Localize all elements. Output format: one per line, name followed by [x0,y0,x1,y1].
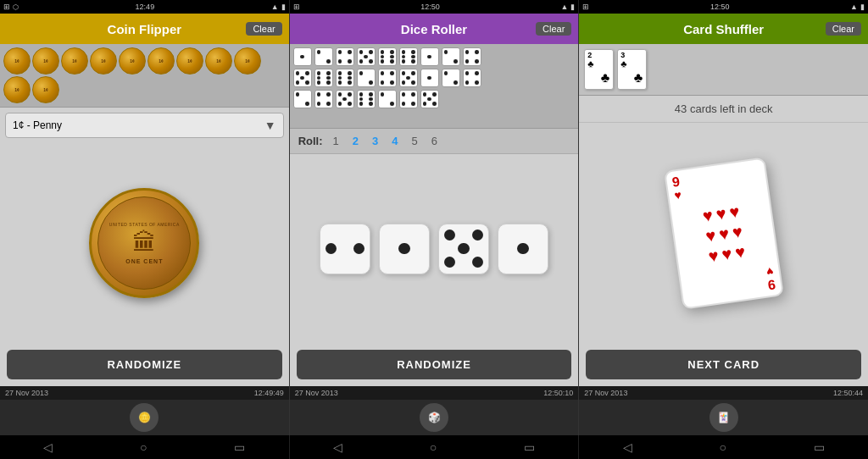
home-button-1[interactable]: ○ [133,439,153,456]
card-footer-time: 12:50:44 [833,389,863,397]
dice-history-row-2 [293,69,576,87]
coin-footer-date: 27 Nov 2013 [5,389,48,397]
next-card-button[interactable]: NEXT CARD [586,350,861,379]
heart-8: ♥ [721,244,733,262]
nav-section-1: ◁ ○ ▭ [0,435,290,459]
notification-icon-2: ⊞ [293,3,300,11]
dice-roller-screen: Dice Roller Clear [290,14,580,400]
coin-clear-button[interactable]: Clear [246,22,281,36]
card-footer-date: 27 Nov 2013 [584,389,627,397]
home-button-2[interactable]: ○ [423,439,443,456]
sys-left-3: ⊞ [582,3,589,11]
back-button-3[interactable]: ◁ [616,439,639,456]
coin-flipper-screen: Coin Flipper Clear 1¢ 1¢ 1¢ 1¢ 1¢ 1¢ 1¢ … [0,14,290,400]
card-shuffler-header: Card Shuffler Clear [579,14,868,44]
coin-inner: UNITED STATES OF AMERICA 🏛 ONE CENT [97,196,191,290]
battery-icon-3: ▮ [860,3,865,11]
card-hist-2-suit: ♣ [620,59,626,69]
dice-h-8 [442,47,460,66]
roll-5[interactable]: 5 [409,134,421,148]
dice-dock-icon: 🎲 [428,412,441,423]
card-dock-icon: 🃏 [717,412,730,423]
dice-h-20 [314,90,333,108]
roll-6[interactable]: 6 [428,134,441,148]
card-hist-2: 3 ♣ ♣ [617,49,647,90]
dice-history-area [290,44,579,129]
roll-4[interactable]: 4 [388,134,401,148]
roll-1[interactable]: 1 [330,134,342,148]
dice-current-3 [438,224,489,274]
dice-history-row-3 [293,90,576,108]
sys-section-3: ⊞ 12:50 ▲ ▮ [579,0,868,14]
dice-h-14 [378,69,397,87]
coin-hist-2: 1¢ [32,47,59,75]
roll-3[interactable]: 3 [369,134,381,148]
recents-button-2[interactable]: ▭ [517,439,542,456]
dice-footer-date: 27 Nov 2013 [295,389,338,397]
sys-section-2: ⊞ 12:50 ▲ ▮ [290,0,580,14]
roll-2[interactable]: 2 [349,134,362,148]
card-suit-bottom: ♥ [765,265,774,278]
sys-left-1: ⊞ ⬡ [3,3,19,11]
heart-2: ♥ [715,204,727,222]
dice-h-23 [378,90,397,108]
card-footer: 27 Nov 2013 12:50:44 [579,386,868,400]
coin-hist-5: 1¢ [119,47,146,75]
dice-footer-time: 12:50:10 [543,389,573,397]
sys-right-3: ▲ ▮ [850,3,865,11]
coin-row-1: 1¢ 1¢ 1¢ 1¢ 1¢ 1¢ 1¢ 1¢ 1¢ 1¢ 1¢ [3,47,286,103]
card-main-area: 9 ♥ ♥ ♥ ♥ ♥ ♥ ♥ ♥ ♥ ♥ [579,123,868,343]
dice-h-17 [442,69,460,87]
dice-h-1 [293,47,312,66]
coin-flipper-title: Coin Flipper [108,22,182,36]
nav-section-2: ◁ ○ ▭ [290,435,580,459]
battery-icon-1: ▮ [281,3,286,11]
coin-footer: 27 Nov 2013 12:49:49 [0,386,289,400]
coin-hist-10: 1¢ [3,76,31,103]
card-clear-button[interactable]: Clear [826,22,861,36]
coin-building-icon: 🏛 [132,229,156,257]
current-card: 9 ♥ ♥ ♥ ♥ ♥ ♥ ♥ ♥ ♥ ♥ [664,157,784,309]
coin-randomize-button[interactable]: RANDOMIZE [7,350,282,379]
dice-h-3 [336,47,354,66]
recents-button-3[interactable]: ▭ [807,439,832,456]
wifi-icon-3: ▲ [850,3,858,11]
coin-hist-6: 1¢ [147,47,175,75]
heart-5: ♥ [717,224,730,241]
coin-text-bottom: ONE CENT [125,258,163,264]
coin-hist-7: 1¢ [176,47,203,75]
dice-h-24 [399,90,418,108]
sys-section-1: ⊞ ⬡ 12:49 ▲ ▮ [0,0,290,14]
coin-footer-time: 12:49:49 [254,389,284,397]
dice-clear-button[interactable]: Clear [536,22,571,36]
dice-h-6 [399,47,418,66]
coin-dropdown[interactable]: 1¢ - Penny ▼ [5,113,284,138]
sys-right-1: ▲ ▮ [271,3,286,11]
dice-main-area [290,154,579,343]
dice-current-4 [498,224,548,274]
heart-9: ♥ [733,242,746,260]
dock-section-2: 🎲 [290,400,580,435]
coin-history-area: 1¢ 1¢ 1¢ 1¢ 1¢ 1¢ 1¢ 1¢ 1¢ 1¢ 1¢ [0,44,289,108]
dropdown-arrow-icon: ▼ [264,119,276,132]
back-button-2[interactable]: ◁ [326,439,349,456]
card-shuffler-title: Card Shuffler [683,22,764,36]
dice-h-16 [420,69,439,87]
dice-h-5 [378,47,397,66]
back-button-1[interactable]: ◁ [36,439,59,456]
app-icon-1: ⬡ [13,3,19,11]
dice-h-25 [420,90,439,108]
card-hist-1-suit: ♣ [587,59,593,69]
dice-h-10 [293,69,312,87]
dock-circle-3: 🃏 [709,403,738,432]
coin-hist-8: 1¢ [205,47,232,75]
dice-h-2 [314,47,333,66]
sys-right-2: ▲ ▮ [560,3,575,11]
heart-7: ♥ [707,246,720,263]
dice-randomize-button[interactable]: RANDOMIZE [297,350,572,379]
coin-flipper-header: Coin Flipper Clear [0,14,289,44]
home-button-3[interactable]: ○ [712,439,732,456]
recents-button-1[interactable]: ▭ [227,439,252,456]
coin-large[interactable]: UNITED STATES OF AMERICA 🏛 ONE CENT [89,188,199,298]
time-2: 12:50 [420,3,440,11]
